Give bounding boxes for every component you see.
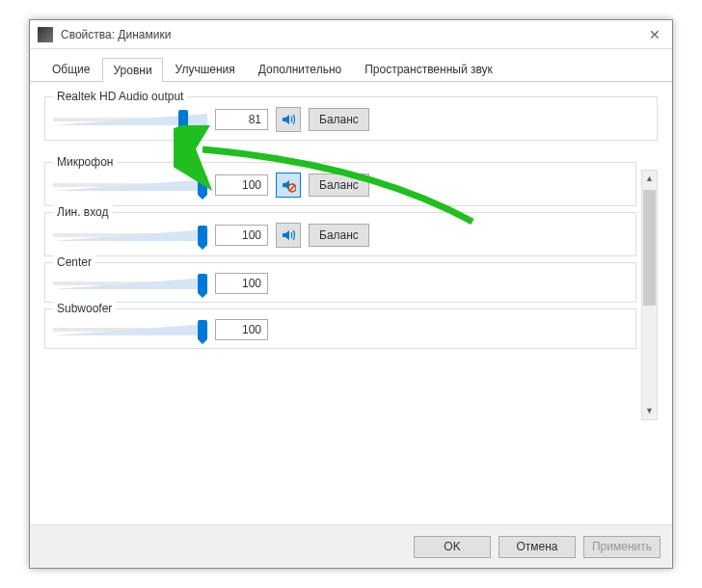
center-slider[interactable] xyxy=(53,274,207,293)
scroll-thumb[interactable] xyxy=(643,190,656,306)
scroll-down-icon[interactable]: ▼ xyxy=(642,403,657,419)
linein-slider[interactable] xyxy=(53,226,207,245)
svg-marker-6 xyxy=(53,324,207,335)
group-sub: Subwoofer 100 xyxy=(44,308,636,349)
output-balance-button[interactable]: Баланс xyxy=(309,108,369,131)
output-slider[interactable] xyxy=(53,110,207,129)
output-mute-button[interactable] xyxy=(276,107,301,132)
group-output: Realtek HD Audio output 81 Баланс xyxy=(44,96,658,141)
dialog-footer: OK Отмена Применить xyxy=(30,524,672,568)
mic-slider-thumb[interactable] xyxy=(198,175,207,195)
group-center-label: Center xyxy=(53,255,95,269)
dialog-window: Свойства: Динамики ✕ Общие Уровни Улучше… xyxy=(29,19,673,569)
svg-marker-5 xyxy=(53,278,207,289)
mic-value[interactable]: 100 xyxy=(215,174,268,196)
group-output-label: Realtek HD Audio output xyxy=(53,90,187,103)
group-mic-label: Микрофон xyxy=(53,155,117,169)
group-mic: Микрофон 100 xyxy=(44,162,636,206)
apply-button[interactable]: Применить xyxy=(583,536,661,558)
svg-marker-1 xyxy=(53,179,207,191)
linein-value[interactable]: 100 xyxy=(215,225,268,246)
window-title: Свойства: Динамики xyxy=(61,28,645,41)
tab-spatial[interactable]: Пространственный звук xyxy=(354,57,503,81)
center-slider-thumb[interactable] xyxy=(198,274,207,293)
linein-mute-button[interactable] xyxy=(276,223,301,248)
linein-slider-thumb[interactable] xyxy=(198,226,207,245)
speaker-icon xyxy=(281,227,296,243)
sub-slider-thumb[interactable] xyxy=(198,320,207,339)
ok-button[interactable]: OK xyxy=(414,536,491,558)
mic-balance-button[interactable]: Баланс xyxy=(309,174,369,197)
center-value[interactable]: 100 xyxy=(215,273,268,294)
scroll-up-icon[interactable]: ▲ xyxy=(642,171,657,187)
output-value[interactable]: 81 xyxy=(215,109,268,130)
tab-general[interactable]: Общие xyxy=(41,57,100,81)
output-slider-thumb[interactable] xyxy=(178,110,188,129)
linein-balance-button[interactable]: Баланс xyxy=(309,224,369,247)
group-sub-label: Subwoofer xyxy=(53,302,116,315)
group-linein: Лин. вход 100 xyxy=(44,212,636,256)
scrollbar[interactable]: ▲ ▼ xyxy=(641,170,658,420)
speaker-muted-icon xyxy=(281,177,296,193)
tab-strip: Общие Уровни Улучшения Дополнительно Про… xyxy=(30,49,672,82)
group-linein-label: Лин. вход xyxy=(53,205,113,219)
close-icon[interactable]: ✕ xyxy=(645,25,664,44)
sub-slider[interactable] xyxy=(53,320,207,339)
group-center: Center 100 xyxy=(44,262,636,303)
speaker-app-icon xyxy=(38,27,53,42)
titlebar: Свойства: Динамики ✕ xyxy=(30,20,672,49)
tab-advanced[interactable]: Дополнительно xyxy=(248,57,352,81)
svg-marker-4 xyxy=(53,229,207,241)
sub-value[interactable]: 100 xyxy=(215,319,268,340)
tab-content: Realtek HD Audio output 81 Баланс xyxy=(30,82,672,516)
cancel-button[interactable]: Отмена xyxy=(499,536,576,558)
tab-enhancements[interactable]: Улучшения xyxy=(165,57,246,81)
speaker-icon xyxy=(281,112,296,127)
tab-levels[interactable]: Уровни xyxy=(102,58,162,82)
svg-line-3 xyxy=(289,185,295,191)
mic-mute-button[interactable] xyxy=(276,173,301,198)
mic-slider[interactable] xyxy=(53,175,207,195)
